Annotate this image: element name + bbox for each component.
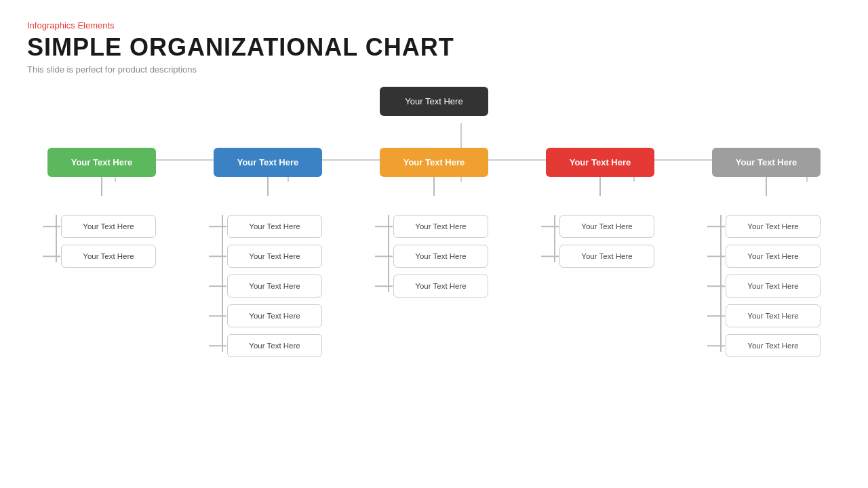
branch-red-label: Your Text Here (570, 157, 631, 167)
branch-header-green[interactable]: Your Text Here (47, 148, 156, 177)
branch-blue: Your Text Here Your Text Here Your Text … (207, 148, 329, 364)
list-item[interactable]: Your Text Here (61, 245, 156, 268)
branch-orange-children: Your Text Here Your Text Here Your Text … (380, 215, 488, 304)
branch-blue-label: Your Text Here (237, 157, 299, 167)
branch-gray-label: Your Text Here (736, 157, 797, 167)
header-description: This slide is perfect for product descri… (27, 64, 841, 75)
branch-red-children: Your Text Here Your Text Here (546, 215, 654, 274)
list-item[interactable]: Your Text Here (393, 215, 488, 238)
list-item[interactable]: Your Text Here (227, 274, 322, 298)
branch-orange-connector (433, 177, 435, 196)
page: Infographics Elements SIMPLE ORGANIZATIO… (0, 0, 868, 488)
branch-green: Your Text Here Your Text Here Your Text … (41, 148, 163, 364)
branch-gray: Your Text Here Your Text Here Your Text … (705, 148, 827, 364)
list-item[interactable]: Your Text Here (227, 215, 322, 238)
header-title: SIMPLE ORGANIZATIONAL CHART (27, 33, 841, 62)
list-item[interactable]: Your Text Here (726, 215, 821, 238)
list-item[interactable]: Your Text Here (393, 245, 488, 268)
branch-header-orange[interactable]: Your Text Here (380, 148, 488, 177)
root-node-label: Your Text Here (405, 96, 462, 106)
branch-gray-connector (766, 177, 767, 196)
list-item[interactable]: Your Text Here (227, 334, 322, 357)
branch-green-label: Your Text Here (71, 157, 133, 167)
list-item[interactable]: Your Text Here (726, 274, 821, 298)
branch-orange: Your Text Here Your Text Here Your Text … (373, 148, 495, 364)
chart-area: Your Text Here Your Text Here (27, 87, 841, 466)
list-item[interactable]: Your Text Here (61, 215, 156, 238)
branch-blue-children: Your Text Here Your Text Here Your Text … (214, 215, 322, 364)
branch-gray-children: Your Text Here Your Text Here Your Text … (712, 215, 821, 364)
header-subtitle: Infographics Elements (27, 20, 841, 30)
branch-orange-label: Your Text Here (403, 157, 465, 167)
branch-red-connector (599, 177, 601, 196)
branch-header-blue[interactable]: Your Text Here (214, 148, 322, 177)
branches-container: Your Text Here Your Text Here Your Text … (27, 148, 841, 364)
branch-header-gray[interactable]: Your Text Here (712, 148, 821, 177)
list-item[interactable]: Your Text Here (227, 304, 322, 327)
branch-green-children: Your Text Here Your Text Here (47, 215, 156, 274)
list-item[interactable]: Your Text Here (726, 334, 821, 357)
list-item[interactable]: Your Text Here (227, 245, 322, 268)
branch-green-connector (101, 177, 102, 196)
root-node[interactable]: Your Text Here (380, 87, 488, 116)
list-item[interactable]: Your Text Here (559, 215, 654, 238)
list-item[interactable]: Your Text Here (726, 245, 821, 268)
branch-blue-connector (267, 177, 269, 196)
branch-header-red[interactable]: Your Text Here (546, 148, 654, 177)
list-item[interactable]: Your Text Here (726, 304, 821, 327)
branch-red: Your Text Here Your Text Here Your Text … (539, 148, 661, 364)
list-item[interactable]: Your Text Here (559, 245, 654, 268)
list-item[interactable]: Your Text Here (393, 274, 488, 298)
